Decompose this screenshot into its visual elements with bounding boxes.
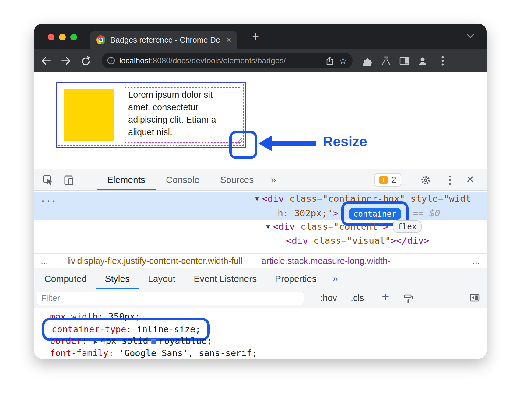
attr-value-token: "widt — [444, 193, 471, 204]
css-declaration-font-family[interactable]: font-family: 'Google Sans', sans-serif; — [50, 347, 487, 359]
more-tabs-chevrons[interactable]: » — [264, 169, 283, 190]
tab-console[interactable]: Console — [156, 169, 210, 190]
tree-node-content[interactable]: ▼<div class="content">flex — [266, 220, 422, 234]
resize-annotation-arrow-shaft — [272, 141, 316, 146]
css-declaration-border[interactable]: border: ▶4px solidroyalblue; — [50, 335, 487, 347]
reload-button[interactable] — [79, 55, 91, 67]
attr-token: class= — [295, 221, 333, 232]
issues-counter-button[interactable]: ! 2 — [374, 173, 401, 187]
browser-tab-strip: Badges reference - Chrome De × + — [34, 24, 487, 49]
settings-gear-icon[interactable] — [420, 174, 432, 186]
new-style-rule-button[interactable]: + — [382, 290, 389, 304]
tab-layout[interactable]: Layout — [139, 268, 184, 289]
browser-toolbar: localhost :8080/docs/devtools/elements/b… — [34, 49, 487, 72]
tag-token: > — [333, 208, 338, 219]
resize-annotation-label: Resize — [323, 133, 367, 150]
tag-token: > — [391, 235, 396, 246]
css-property-value[interactable]: 'Google Sans', sans-serif; — [119, 348, 257, 358]
share-icon[interactable] — [325, 56, 334, 65]
attr-token: class= — [284, 193, 322, 204]
breadcrumb: ... liv.display-flex.justify-content-cen… — [34, 253, 487, 268]
issues-warning-icon: ! — [379, 176, 388, 184]
devtools-toolbar: Elements Console Sources » ! 2 × — [34, 169, 487, 191]
breadcrumb-left-overflow[interactable]: ... — [41, 256, 48, 266]
styles-pane: max-width: 350px; container-type: inline… — [34, 308, 487, 359]
css-property-value[interactable]: inline-size; — [137, 324, 201, 334]
tab-elements[interactable]: Elements — [97, 169, 156, 190]
bookmark-star-icon[interactable]: ☆ — [339, 55, 347, 66]
color-swatch[interactable] — [151, 339, 156, 344]
browser-menu-kebab-icon[interactable] — [437, 55, 449, 67]
traffic-lights — [48, 34, 77, 40]
expand-arrow-icon[interactable]: ▼ — [255, 195, 259, 202]
window-minimize-button[interactable] — [59, 34, 66, 40]
css-declaration-container-type[interactable]: container-type: inline-size; — [50, 323, 487, 335]
tab-event-listeners[interactable]: Event Listeners — [184, 268, 266, 289]
search-tabs-chevron-icon[interactable] — [466, 33, 474, 40]
expand-arrow-icon[interactable]: ▼ — [266, 223, 270, 230]
tree-node-visual[interactable]: <div class="visual"></div> — [286, 234, 429, 248]
toolbar-separator — [413, 173, 413, 186]
window-close-button[interactable] — [48, 34, 54, 40]
rendering-emulation-icon[interactable] — [403, 293, 413, 305]
elements-tree: ... ▼<div class="container-box" style="w… — [34, 191, 487, 253]
attr-value-token: "content" — [333, 221, 383, 232]
attr-token: class= — [308, 235, 346, 246]
devtools-tab-bar: Elements Console Sources » — [97, 169, 283, 190]
demo-container-box: Lorem ipsum dolor sit amet, consectetur … — [56, 82, 246, 148]
devtools-menu-kebab-icon[interactable] — [444, 174, 456, 186]
back-button[interactable] — [40, 55, 52, 67]
flex-badge[interactable]: flex — [393, 220, 422, 233]
device-toolbar-icon[interactable] — [63, 174, 75, 186]
dock-sidebar-icon[interactable] — [469, 293, 480, 303]
attr-value-token: "visual" — [347, 235, 391, 246]
css-property-name[interactable]: border — [50, 336, 82, 346]
collapsed-nodes-ellipsis[interactable]: ... — [40, 192, 57, 206]
lorem-line: adipiscing elit. Etiam a — [128, 114, 240, 126]
toggle-element-state-button[interactable]: :hov — [320, 293, 337, 303]
tag-token: <div — [286, 235, 308, 246]
styles-sidebar-tab-bar: Computed Styles Layout Event Listeners P… — [34, 268, 487, 289]
inspect-element-icon[interactable] — [42, 174, 54, 186]
breadcrumb-right-overflow[interactable]: ... — [473, 256, 480, 266]
tab-sources[interactable]: Sources — [210, 169, 264, 190]
browser-window: Badges reference - Chrome De × + localho… — [34, 24, 487, 359]
css-property-name[interactable]: font-family — [50, 348, 108, 358]
css-property-name[interactable]: container-type — [52, 324, 126, 334]
forward-button[interactable] — [60, 55, 72, 67]
extensions-puzzle-icon[interactable] — [362, 55, 374, 67]
tag-token: > — [383, 221, 388, 232]
css-property-value[interactable]: 4px solid — [100, 336, 148, 346]
tab-styles[interactable]: Styles — [96, 268, 139, 289]
page-viewport: Lorem ipsum dolor sit amet, consectetur … — [34, 72, 487, 169]
element-classes-button[interactable]: .cls — [351, 293, 364, 303]
resize-annotation-ring — [229, 131, 257, 159]
chrome-logo-icon — [96, 35, 105, 44]
expand-shorthand-icon[interactable]: ▶ — [94, 338, 97, 345]
lorem-line: Lorem ipsum dolor sit — [128, 89, 240, 101]
flask-icon[interactable] — [380, 55, 392, 67]
styles-filter-input[interactable] — [37, 292, 304, 305]
breadcrumb-item[interactable]: article.stack.measure-long.width- — [262, 256, 391, 266]
address-bar[interactable]: localhost :8080/docs/devtools/elements/b… — [102, 53, 353, 68]
tree-node-container-box-line2[interactable]: h: 302px;">container== $0 — [278, 206, 440, 222]
resize-annotation-arrow — [258, 135, 272, 152]
window-zoom-button[interactable] — [70, 34, 77, 40]
devtools-close-button[interactable]: × — [466, 172, 474, 186]
styles-filter-bar: :hov .cls + — [34, 289, 487, 308]
closing-tag-token: </div> — [396, 235, 429, 246]
css-color-value[interactable]: royalblue; — [159, 336, 212, 346]
lorem-line: amet, consectetur — [128, 101, 240, 114]
more-sidebar-tabs-chevrons[interactable]: » — [326, 268, 345, 289]
profile-avatar-icon[interactable] — [416, 55, 429, 67]
breadcrumb-item[interactable]: liv.display-flex.justify-content-center.… — [67, 256, 242, 266]
site-info-icon[interactable] — [107, 57, 115, 65]
new-tab-button[interactable]: + — [252, 30, 259, 44]
browser-tab[interactable]: Badges reference - Chrome De × — [90, 31, 237, 49]
tab-computed[interactable]: Computed — [35, 268, 96, 289]
attr-token: style= — [405, 193, 443, 204]
container-badge[interactable]: container — [349, 208, 401, 220]
side-panel-icon[interactable] — [398, 55, 410, 67]
tab-properties[interactable]: Properties — [266, 268, 326, 289]
tab-close-button[interactable]: × — [226, 35, 231, 45]
